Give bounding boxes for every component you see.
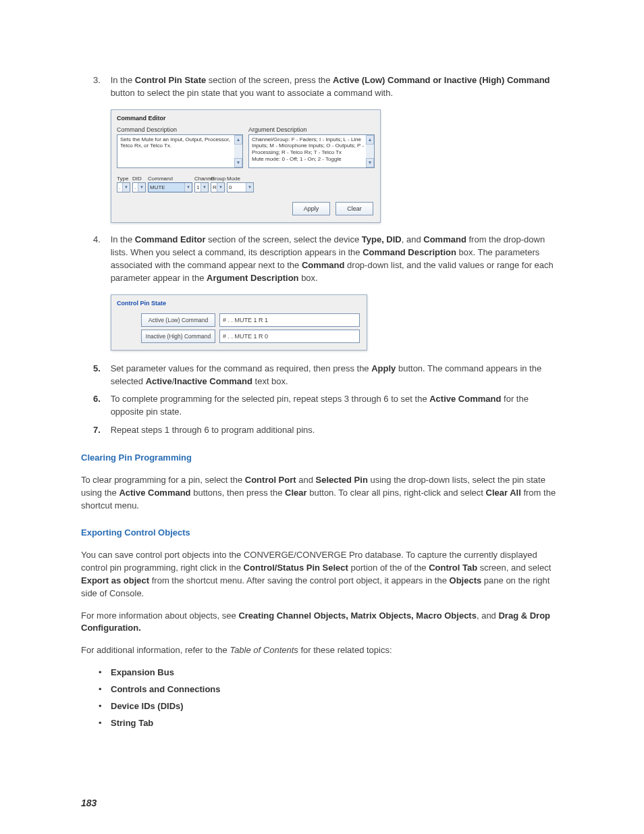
label: Group: [211, 175, 225, 183]
list-number: 5.: [93, 363, 108, 375]
command-dropdown[interactable]: MUTE▼: [148, 182, 192, 192]
chevron-down-icon: ▼: [246, 183, 253, 192]
list-item: •Expansion Bus: [111, 667, 563, 679]
section-heading: Exporting Control Objects: [81, 527, 563, 540]
list-number: 3.: [93, 74, 108, 87]
text: portion of the of the: [348, 563, 429, 573]
paragraph: To clear programming for a pin, select t…: [81, 474, 563, 513]
list-item: 7. Repeat steps 1 through 6 to program a…: [111, 424, 563, 437]
text: In the: [111, 234, 135, 244]
textarea-content: Channel/Group: F - Faders; I - Inputs; L…: [252, 136, 365, 162]
scroll-down-icon[interactable]: ▼: [234, 158, 242, 167]
text: screen, and select: [477, 563, 551, 573]
list-item: 3. In the Control Pin State section of t…: [111, 74, 563, 100]
page-number: 183: [81, 796, 97, 810]
active-low-command-button[interactable]: Active (Low) Command: [141, 313, 215, 327]
list-number: 7.: [93, 424, 108, 437]
text-bold: Control/Status Pin Select: [244, 563, 348, 573]
text: section of the screen, press the: [206, 75, 333, 85]
scroll-down-icon[interactable]: ▼: [366, 158, 374, 167]
type-dropdown[interactable]: .▼: [117, 182, 130, 192]
bullet-icon: •: [99, 717, 111, 730]
text: , and: [402, 234, 424, 244]
active-command-field[interactable]: # . . MUTE 1 R 1: [219, 313, 360, 327]
text-bold: Argument Description: [207, 273, 299, 283]
label: Type: [117, 175, 130, 183]
text-bold: Expansion Bus: [111, 667, 174, 677]
group-dropdown[interactable]: R▼: [211, 182, 225, 192]
section-heading: Clearing Pin Programming: [81, 452, 563, 465]
text-bold: Inactive Command: [174, 376, 252, 386]
text-bold: Active Command: [429, 394, 501, 404]
label: Mode: [227, 175, 254, 183]
list-number: 6.: [93, 393, 108, 406]
text-bold: Active Command: [119, 488, 190, 498]
clear-button[interactable]: Clear: [336, 202, 373, 215]
inactive-command-field[interactable]: # . . MUTE 1 R 0: [219, 330, 360, 343]
text: In the: [111, 75, 135, 85]
text-bold: Clear: [285, 488, 307, 498]
label: Command: [148, 175, 192, 183]
argument-description-textarea[interactable]: Channel/Group: F - Faders; I - Inputs; L…: [248, 134, 375, 168]
chevron-down-icon: ▼: [138, 183, 145, 192]
label: Command Description: [117, 126, 243, 134]
text-bold: Type, DID: [362, 234, 402, 244]
textarea-content: Sets the Mute for an Input, Output, Proc…: [120, 136, 232, 149]
document-page: 3. In the Control Pin State section of t…: [0, 0, 644, 834]
did-dropdown[interactable]: .▼: [132, 182, 146, 192]
paragraph: For additional information, refer to the…: [81, 644, 563, 657]
label: Argument Description: [248, 126, 375, 134]
text: button to select the pin state that you …: [111, 88, 393, 98]
control-pin-state-screenshot: Control Pin State Active (Low) Command #…: [111, 294, 367, 350]
panel-title: Command Editor: [111, 110, 380, 126]
text: from the shortcut menu. After saving the…: [149, 575, 449, 585]
list-item: 4. In the Command Editor section of the …: [111, 234, 563, 284]
channel-dropdown[interactable]: 1▼: [194, 182, 209, 192]
text: section of the screen, select the device: [206, 234, 362, 244]
text-italic: Table of Contents: [230, 645, 298, 655]
scroll-up-icon[interactable]: ▲: [366, 135, 374, 145]
text-bold: Controls and Connections: [111, 684, 221, 694]
text: For additional information, refer to the: [81, 645, 230, 655]
mode-dropdown[interactable]: 0▼: [227, 182, 254, 192]
text-bold: Device IDs (DIDs): [111, 701, 184, 711]
text: button. To clear all pins, right-click a…: [307, 488, 486, 498]
chevron-down-icon: ▼: [217, 183, 224, 192]
list-item: 5. Set parameter values for the command …: [111, 363, 563, 388]
text-bold: Creating Channel Objects, Matrix Objects…: [238, 610, 477, 621]
text: To clear programming for a pin, select t…: [81, 475, 245, 485]
text: Set parameter values for the command as …: [111, 363, 372, 373]
text: To complete programming for the selected…: [111, 394, 430, 404]
text-bold: Command: [423, 234, 466, 244]
text: text box.: [252, 376, 288, 386]
text-bold: Command: [302, 260, 345, 270]
command-editor-screenshot: Command Editor Command Description Sets …: [111, 109, 381, 224]
text-bold: String Tab: [111, 718, 153, 728]
text: buttons, then press the: [191, 488, 285, 498]
bullet-icon: •: [99, 667, 111, 679]
bullet-icon: •: [99, 683, 111, 696]
text: , and: [477, 610, 499, 621]
command-description-textarea[interactable]: Sets the Mute for an Input, Output, Proc…: [117, 134, 243, 168]
text-bold: Export as object: [81, 575, 149, 585]
apply-button[interactable]: Apply: [292, 202, 330, 215]
bullet-icon: •: [99, 700, 111, 713]
text-bold: Objects: [450, 575, 482, 585]
text-bold: Clear All: [486, 488, 521, 498]
inactive-high-command-button[interactable]: Inactive (High) Command: [141, 330, 215, 343]
list-item: •Device IDs (DIDs): [111, 700, 563, 713]
text-bold: Selected Pin: [316, 475, 368, 485]
list-number: 4.: [93, 234, 108, 246]
panel-title: Control Pin State: [111, 295, 367, 312]
paragraph: For more information about objects, see …: [81, 610, 563, 635]
chevron-down-icon: ▼: [184, 183, 192, 192]
text-bold: Command Editor: [135, 234, 206, 244]
scrollbar[interactable]: ▲ ▼: [234, 135, 242, 167]
text-bold: Command Description: [363, 247, 456, 257]
text: box.: [299, 273, 318, 283]
label: Channel: [194, 175, 209, 183]
scroll-up-icon[interactable]: ▲: [234, 135, 242, 145]
scrollbar[interactable]: ▲ ▼: [366, 135, 374, 167]
text-bold: Apply: [371, 363, 396, 373]
text-bold: Control Tab: [429, 563, 477, 573]
